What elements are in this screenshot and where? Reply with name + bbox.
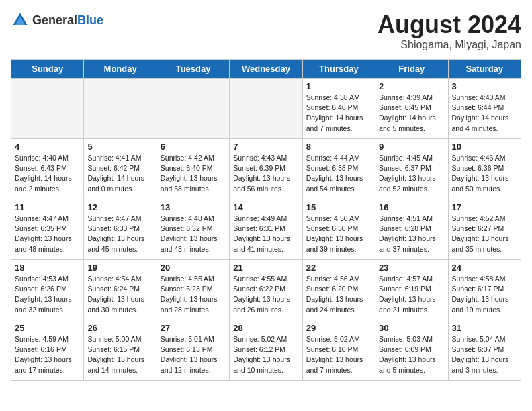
column-header-monday: Monday: [84, 60, 157, 79]
calendar-cell: 19Sunrise: 4:54 AMSunset: 6:24 PMDayligh…: [84, 260, 157, 320]
calendar-cell: 11Sunrise: 4:47 AMSunset: 6:35 PMDayligh…: [11, 199, 84, 260]
calendar-table: SundayMondayTuesdayWednesdayThursdayFrid…: [11, 59, 521, 381]
calendar-cell: 30Sunrise: 5:03 AMSunset: 6:09 PMDayligh…: [375, 320, 448, 381]
calendar-cell: 10Sunrise: 4:46 AMSunset: 6:36 PMDayligh…: [448, 139, 521, 199]
day-info: Sunrise: 4:43 AMSunset: 6:39 PMDaylight:…: [233, 153, 298, 194]
title-block: August 2024 Shiogama, Miyagi, Japan: [378, 11, 521, 51]
day-info: Sunrise: 4:52 AMSunset: 6:27 PMDaylight:…: [452, 214, 517, 255]
day-number: 18: [15, 263, 80, 273]
page-header: GeneralBlue August 2024 Shiogama, Miyagi…: [11, 11, 521, 51]
calendar-cell: 24Sunrise: 4:58 AMSunset: 6:17 PMDayligh…: [448, 260, 521, 320]
column-header-tuesday: Tuesday: [157, 60, 229, 79]
calendar-cell: 22Sunrise: 4:56 AMSunset: 6:20 PMDayligh…: [302, 260, 375, 320]
calendar-cell: 4Sunrise: 4:40 AMSunset: 6:43 PMDaylight…: [11, 139, 84, 199]
day-number: 24: [452, 263, 517, 273]
day-number: 23: [379, 263, 444, 273]
day-info: Sunrise: 4:46 AMSunset: 6:36 PMDaylight:…: [452, 153, 517, 194]
column-header-wednesday: Wednesday: [230, 60, 302, 79]
column-header-saturday: Saturday: [448, 60, 521, 79]
day-number: 13: [161, 202, 226, 212]
week-row-5: 25Sunrise: 4:59 AMSunset: 6:16 PMDayligh…: [11, 320, 521, 381]
calendar-cell: 9Sunrise: 4:45 AMSunset: 6:37 PMDaylight…: [375, 139, 448, 199]
day-info: Sunrise: 4:42 AMSunset: 6:40 PMDaylight:…: [161, 153, 226, 194]
calendar-cell: 23Sunrise: 4:57 AMSunset: 6:19 PMDayligh…: [375, 260, 448, 320]
subtitle: Shiogama, Miyagi, Japan: [378, 39, 521, 51]
column-header-sunday: Sunday: [11, 60, 84, 79]
day-info: Sunrise: 4:56 AMSunset: 6:20 PMDaylight:…: [306, 274, 371, 315]
day-number: 9: [379, 142, 444, 152]
day-number: 5: [87, 142, 152, 152]
calendar-cell: [230, 79, 302, 139]
week-row-1: 1Sunrise: 4:38 AMSunset: 6:46 PMDaylight…: [11, 79, 521, 139]
day-info: Sunrise: 4:49 AMSunset: 6:31 PMDaylight:…: [233, 214, 298, 255]
week-row-2: 4Sunrise: 4:40 AMSunset: 6:43 PMDaylight…: [11, 139, 521, 199]
day-info: Sunrise: 4:40 AMSunset: 6:44 PMDaylight:…: [452, 93, 517, 134]
day-number: 6: [161, 142, 226, 152]
day-number: 27: [161, 323, 226, 333]
column-header-thursday: Thursday: [302, 60, 375, 79]
day-number: 22: [306, 263, 371, 273]
calendar-cell: 16Sunrise: 4:51 AMSunset: 6:28 PMDayligh…: [375, 199, 448, 260]
day-number: 3: [452, 81, 517, 91]
day-number: 8: [306, 142, 371, 152]
calendar-cell: 18Sunrise: 4:53 AMSunset: 6:26 PMDayligh…: [11, 260, 84, 320]
day-number: 21: [233, 263, 298, 273]
day-info: Sunrise: 4:39 AMSunset: 6:45 PMDaylight:…: [379, 93, 444, 134]
day-info: Sunrise: 4:51 AMSunset: 6:28 PMDaylight:…: [379, 214, 444, 255]
day-number: 2: [379, 81, 444, 91]
day-info: Sunrise: 5:04 AMSunset: 6:07 PMDaylight:…: [452, 334, 517, 375]
calendar-cell: 12Sunrise: 4:47 AMSunset: 6:33 PMDayligh…: [84, 199, 157, 260]
day-number: 25: [15, 323, 80, 333]
day-number: 29: [306, 323, 371, 333]
day-number: 19: [87, 263, 152, 273]
day-number: 4: [15, 142, 80, 152]
calendar-cell: 8Sunrise: 4:44 AMSunset: 6:38 PMDaylight…: [302, 139, 375, 199]
calendar-cell: 3Sunrise: 4:40 AMSunset: 6:44 PMDaylight…: [448, 79, 521, 139]
day-info: Sunrise: 4:50 AMSunset: 6:30 PMDaylight:…: [306, 214, 371, 255]
day-info: Sunrise: 5:01 AMSunset: 6:13 PMDaylight:…: [161, 334, 226, 375]
column-header-friday: Friday: [375, 60, 448, 79]
day-info: Sunrise: 4:55 AMSunset: 6:22 PMDaylight:…: [233, 274, 298, 315]
logo-general-text: General: [32, 13, 77, 27]
day-info: Sunrise: 4:57 AMSunset: 6:19 PMDaylight:…: [379, 274, 444, 315]
day-number: 30: [379, 323, 444, 333]
day-info: Sunrise: 4:58 AMSunset: 6:17 PMDaylight:…: [452, 274, 517, 315]
day-info: Sunrise: 4:53 AMSunset: 6:26 PMDaylight:…: [15, 274, 80, 315]
day-info: Sunrise: 4:55 AMSunset: 6:23 PMDaylight:…: [161, 274, 226, 315]
day-number: 17: [452, 202, 517, 212]
day-number: 26: [87, 323, 152, 333]
main-title: August 2024: [378, 11, 521, 39]
calendar-cell: 31Sunrise: 5:04 AMSunset: 6:07 PMDayligh…: [448, 320, 521, 381]
calendar-cell: 26Sunrise: 5:00 AMSunset: 6:15 PMDayligh…: [84, 320, 157, 381]
calendar-cell: 14Sunrise: 4:49 AMSunset: 6:31 PMDayligh…: [230, 199, 302, 260]
calendar-cell: 15Sunrise: 4:50 AMSunset: 6:30 PMDayligh…: [302, 199, 375, 260]
calendar-cell: 5Sunrise: 4:41 AMSunset: 6:42 PMDaylight…: [84, 139, 157, 199]
day-number: 10: [452, 142, 517, 152]
day-info: Sunrise: 4:47 AMSunset: 6:35 PMDaylight:…: [15, 214, 80, 255]
day-info: Sunrise: 4:41 AMSunset: 6:42 PMDaylight:…: [87, 153, 152, 194]
day-info: Sunrise: 5:00 AMSunset: 6:15 PMDaylight:…: [87, 334, 152, 375]
week-row-4: 18Sunrise: 4:53 AMSunset: 6:26 PMDayligh…: [11, 260, 521, 320]
day-number: 7: [233, 142, 298, 152]
day-info: Sunrise: 4:45 AMSunset: 6:37 PMDaylight:…: [379, 153, 444, 194]
week-row-3: 11Sunrise: 4:47 AMSunset: 6:35 PMDayligh…: [11, 199, 521, 260]
day-info: Sunrise: 5:02 AMSunset: 6:10 PMDaylight:…: [306, 334, 371, 375]
day-header-row: SundayMondayTuesdayWednesdayThursdayFrid…: [11, 60, 521, 79]
calendar-cell: [84, 79, 157, 139]
calendar-cell: 2Sunrise: 4:39 AMSunset: 6:45 PMDaylight…: [375, 79, 448, 139]
calendar-cell: 20Sunrise: 4:55 AMSunset: 6:23 PMDayligh…: [157, 260, 229, 320]
calendar-cell: 17Sunrise: 4:52 AMSunset: 6:27 PMDayligh…: [448, 199, 521, 260]
logo: GeneralBlue: [11, 11, 103, 30]
calendar-cell: 28Sunrise: 5:02 AMSunset: 6:12 PMDayligh…: [230, 320, 302, 381]
calendar-cell: 7Sunrise: 4:43 AMSunset: 6:39 PMDaylight…: [230, 139, 302, 199]
day-number: 12: [87, 202, 152, 212]
day-number: 31: [452, 323, 517, 333]
calendar-cell: 6Sunrise: 4:42 AMSunset: 6:40 PMDaylight…: [157, 139, 229, 199]
calendar-cell: [11, 79, 84, 139]
calendar-cell: 21Sunrise: 4:55 AMSunset: 6:22 PMDayligh…: [230, 260, 302, 320]
calendar-cell: 13Sunrise: 4:48 AMSunset: 6:32 PMDayligh…: [157, 199, 229, 260]
day-info: Sunrise: 4:59 AMSunset: 6:16 PMDaylight:…: [15, 334, 80, 375]
calendar-cell: [157, 79, 229, 139]
calendar-cell: 27Sunrise: 5:01 AMSunset: 6:13 PMDayligh…: [157, 320, 229, 381]
day-number: 15: [306, 202, 371, 212]
